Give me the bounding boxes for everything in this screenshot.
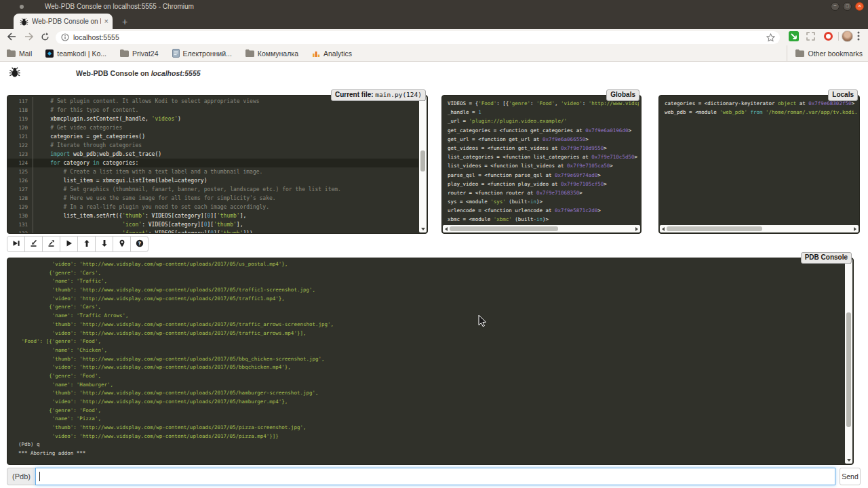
scroll-down-icon[interactable] [847,459,851,462]
bookmark-item[interactable]: Mail [7,49,32,58]
reload-button[interactable] [41,33,50,41]
scroll-down-icon[interactable] [421,228,425,230]
folder-icon [120,49,129,57]
console-line: 'thumb': 'http://www.vidsplay.com/wp-con… [18,389,844,398]
console-scrollbar[interactable] [845,259,852,464]
code-listing: 117 # Set plugin content. It allows Kodi… [7,97,418,233]
page-title-host: localhost:5555 [151,69,201,77]
variable-line: play_video = <function play_video at 0x7… [448,180,639,188]
text-caret [39,472,40,481]
page-title-prefix: Web-PDB Console on [76,69,151,77]
line-number: 117 [7,97,33,106]
line-number: 129 [7,203,33,211]
continue-icon [65,239,73,249]
code-text: list_item = xbmcgui.ListItem(label=categ… [33,176,418,185]
send-button[interactable]: Send [840,468,861,485]
pdb-help-button[interactable]: ? [130,236,149,252]
forward-button[interactable] [24,33,34,41]
bookmark-label: Електронний... [183,49,232,58]
pdb-continue-button[interactable] [60,236,78,252]
extension-red-ring-icon[interactable] [824,32,833,41]
minimize-button[interactable]: − [831,2,840,11]
pdb-prompt-label: (Pdb) [7,468,35,485]
app-icon-dot [20,5,24,9]
pdb-next-button[interactable] [7,236,25,252]
console-line: 'name': 'Chicken', [18,346,844,355]
maximize-button[interactable]: □ [843,2,852,11]
scroll-left-icon[interactable] [662,227,665,231]
bookmark-item[interactable]: Коммуналка [245,49,298,58]
scroll-left-icon[interactable] [445,227,448,231]
code-line: 126 list_item = xbmcgui.ListItem(label=c… [7,176,418,185]
locals-scrollbar[interactable] [660,225,859,232]
line-number: 121 [7,132,33,141]
variable-line: sys = <module 'sys' (built-in)> [448,197,639,206]
extension-placeholder-icon[interactable] [806,32,815,41]
bookmark-item[interactable]: Analytics [312,49,352,58]
bookmark-item[interactable]: Privat24 [120,49,159,58]
profile-avatar[interactable] [842,30,853,42]
variable-line: _handle = 1 [448,108,639,117]
variable-line: get_categories = <function get_categorie… [448,126,639,135]
pdb-console-badge: PDB Console [801,252,852,264]
pdb-command-input[interactable] [35,468,835,485]
console-line: 'name': 'Hamburger', [18,381,844,390]
bookmark-item[interactable]: teamkodi | Ko... [45,49,106,58]
tab-close-icon[interactable]: × [104,14,108,29]
document-icon [172,49,180,58]
variable-line: get_videos = <function get_videos at 0x7… [448,144,639,152]
code-line: 123 import web_pdb;web_pdb.set_trace() [7,150,418,159]
address-bar[interactable]: localhost:5555 [56,31,780,44]
down-icon [100,239,108,249]
info-icon[interactable] [61,33,69,41]
line-number: 128 [7,194,33,203]
browser-tab[interactable]: Web-PDB Console on loca × [14,14,113,29]
console-line: 'video': 'http://www.vidsplay.com/wp-con… [18,329,844,338]
scrollbar-thumb[interactable] [667,226,762,231]
code-line: 121 categories = get_categories() [7,132,418,141]
variable-line: urlencode = <function urlencode at 0x7f9… [448,206,639,215]
bookmark-label: Mail [19,49,32,58]
code-line: 129 # In a real-life plugin you need to … [7,203,418,211]
extension-green-arrow-icon[interactable] [789,31,799,41]
page-title: Web-PDB Console on localhost:5555 [76,69,201,77]
scroll-right-icon[interactable] [635,227,638,231]
code-line: 122 # Iterate through categories [7,141,418,150]
scrollbar-thumb[interactable] [420,150,425,171]
line-number: 131 [7,220,33,229]
globals-scrollbar[interactable] [443,225,640,232]
pdb-command-toolbar: ? [7,236,149,252]
console-line: *** Aborting addon *** [18,449,844,458]
code-line: 131 'icon': VIDEOS[category][0]['thumb']… [7,220,418,229]
folder-icon [795,49,804,57]
console-line: 'video': 'http://www.vidsplay.com/wp-con… [18,398,844,407]
code-scrollbar[interactable] [419,96,427,232]
variable-line: web_pdb = <module 'web_pdb' from '/home/… [665,108,857,117]
code-line: 130 list_item.setArt({'thumb': VIDEOS[ca… [7,211,418,220]
bookmark-label: Privat24 [132,49,159,58]
bookmark-item[interactable]: Електронний... [172,49,232,58]
close-button[interactable]: × [855,2,864,11]
scroll-right-icon[interactable] [854,227,856,231]
new-tab-button[interactable]: + [118,15,132,28]
browser-menu-icon[interactable] [857,31,860,41]
pdb-step-button[interactable] [24,236,43,252]
pdb-return-button[interactable] [42,236,60,252]
code-line: 125 # Create a list item with a text lab… [7,167,418,176]
console-line: {'genre': 'Food', [18,407,844,415]
other-bookmarks[interactable]: Other bookmarks [787,45,863,61]
bug-favicon-icon [20,17,28,26]
console-line: 'thumb': 'http://www.vidsplay.com/wp-con… [18,424,844,432]
bookmark-label: Analytics [323,49,352,58]
bookmark-star-icon[interactable] [766,33,775,42]
scrollbar-thumb[interactable] [846,312,851,427]
line-number: 124 [7,159,33,167]
code-text: # Here we use the same image for all ite… [33,194,418,203]
console-line: 'video': 'http://www.vidsplay.com/wp-con… [18,363,844,372]
scrollbar-thumb[interactable] [450,226,558,231]
console-output: 'video': 'http://www.vidsplay.com/wp-con… [18,260,844,462]
pdb-up-button[interactable] [77,236,96,252]
back-button[interactable] [7,33,16,41]
pdb-down-button[interactable] [95,236,113,252]
pdb-where-button[interactable] [113,236,131,252]
